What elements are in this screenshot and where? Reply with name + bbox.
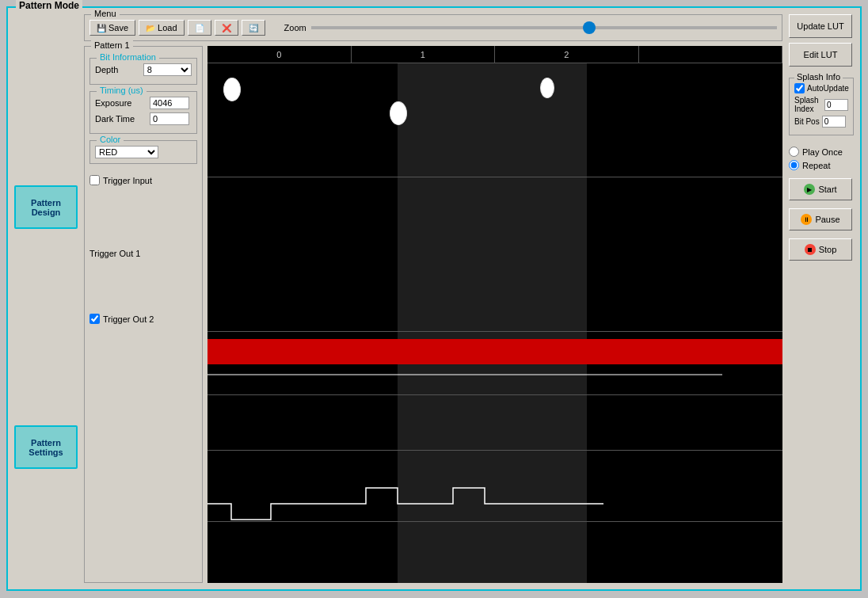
zoom-area: Zoom — [284, 23, 777, 32]
save-icon — [97, 23, 106, 32]
stop-button[interactable]: ⏹ Stop — [789, 238, 852, 261]
update-lut-button[interactable]: Update LUT — [789, 14, 852, 38]
color-label: Color — [97, 135, 124, 144]
trigger-out1-label: Trigger Out 1 — [89, 249, 140, 258]
col-header-3 — [639, 46, 783, 63]
trigger-input-label: Trigger Input — [103, 176, 152, 185]
pause-button[interactable]: ⏸ Pause — [789, 208, 852, 230]
col-header-2: 2 — [495, 46, 639, 63]
trigger-input-checkbox[interactable] — [89, 175, 100, 185]
load-button[interactable]: Load — [139, 20, 184, 36]
zoom-label: Zoom — [284, 23, 306, 32]
col-header-1: 1 — [352, 46, 496, 63]
stop-icon: ⏹ — [805, 244, 816, 255]
divider-1 — [207, 177, 782, 177]
color-select[interactable]: RED — [95, 146, 158, 158]
start-icon: ▶ — [804, 184, 815, 195]
refresh-button[interactable] — [242, 20, 265, 36]
controls-panel: Pattern 1 Bit Information Depth 8 — [84, 46, 203, 583]
content-area: Pattern Design Pattern Settings Menu Sav… — [11, 11, 857, 586]
pattern-title: Pattern 1 — [91, 40, 133, 50]
trigger-lines-svg — [207, 331, 782, 529]
pattern-settings-btn[interactable]: Pattern Settings — [14, 425, 78, 469]
new-icon — [195, 23, 204, 32]
pattern-area: Pattern 1 Bit Information Depth 8 — [84, 46, 782, 583]
splash-index-row: Splash Index — [794, 96, 848, 113]
col-header-0: 0 — [207, 46, 352, 63]
bit-info-panel: Bit Information Depth 8 — [89, 58, 197, 85]
dark-label: Dark Time — [95, 114, 147, 124]
auto-update-row: AutoUpdate — [794, 83, 848, 93]
col-headers: 0 1 2 — [207, 46, 782, 63]
start-button[interactable]: ▶ Start — [789, 178, 852, 200]
exposure-input[interactable] — [150, 97, 189, 109]
load-icon — [146, 23, 155, 32]
delete-icon — [222, 23, 231, 32]
canvas-wrapper: 0 1 2 — [207, 46, 782, 583]
color-panel: Color RED — [89, 140, 197, 164]
timing-panel: Timing (us) Exposure Dark Time — [89, 91, 197, 134]
zoom-slider[interactable] — [311, 26, 777, 29]
right-panel: Update LUT Edit LUT Splash Info AutoUpda… — [786, 11, 857, 586]
depth-select[interactable]: 8 — [143, 63, 192, 76]
center-area: Menu Save Load — [81, 11, 786, 586]
trigger-out2-label: Trigger Out 2 — [103, 314, 154, 324]
bit-info-label: Bit Information — [97, 52, 159, 62]
new-button[interactable] — [188, 20, 211, 36]
menu-bar: Menu Save Load — [84, 14, 782, 41]
play-once-row: Play Once — [789, 147, 854, 157]
splash-info-box: Splash Info AutoUpdate Splash Index Bit … — [789, 78, 854, 135]
splash-index-label: Splash Index — [794, 96, 822, 113]
playback-mode-group: Play Once Repeat — [789, 147, 854, 173]
splash-info-title: Splash Info — [794, 72, 843, 82]
pattern-canvas: 0 1 2 — [207, 46, 782, 583]
ellipse-2 — [390, 101, 407, 125]
pattern-design-btn[interactable]: Pattern Design — [14, 185, 78, 229]
left-sidebar: Pattern Design Pattern Settings — [11, 11, 81, 586]
timing-label: Timing (us) — [97, 86, 147, 95]
trigger-out2-checkbox[interactable] — [89, 314, 100, 324]
ellipse-1 — [223, 78, 241, 101]
bit-pos-label: Bit Pos — [794, 117, 820, 126]
depth-row: Depth 8 — [95, 63, 192, 76]
menu-controls: Save Load Zoom — [89, 20, 777, 36]
dark-time-row: Dark Time — [95, 112, 192, 125]
save-button[interactable]: Save — [89, 20, 135, 36]
bit-pos-input[interactable] — [822, 116, 846, 128]
dark-input[interactable] — [150, 112, 189, 125]
play-once-radio[interactable] — [789, 147, 799, 157]
trigger-input-row: Trigger Input — [89, 175, 197, 185]
auto-update-label: AutoUpdate — [807, 84, 849, 93]
play-once-label: Play Once — [802, 147, 843, 157]
window-title: Pattern Mode — [16, 0, 82, 11]
menu-label: Menu — [91, 9, 120, 18]
delete-button[interactable] — [215, 20, 238, 36]
pause-icon: ⏸ — [801, 214, 812, 225]
main-window: Pattern Mode Pattern Design Pattern Sett… — [6, 6, 862, 591]
exposure-label: Exposure — [95, 98, 147, 108]
refresh-icon — [249, 23, 258, 32]
bit-pos-row: Bit Pos — [794, 116, 848, 128]
depth-label: Depth — [95, 65, 140, 74]
splash-index-input[interactable] — [824, 99, 848, 111]
trigger-out1-row: Trigger Out 1 — [89, 249, 197, 258]
repeat-radio[interactable] — [789, 160, 799, 170]
repeat-label: Repeat — [802, 161, 830, 170]
ellipse-3 — [540, 78, 554, 98]
exposure-row: Exposure — [95, 97, 192, 109]
auto-update-checkbox[interactable] — [794, 83, 805, 93]
repeat-row: Repeat — [789, 160, 854, 170]
edit-lut-button[interactable]: Edit LUT — [789, 43, 852, 67]
trigger-out2-row: Trigger Out 2 — [89, 314, 197, 324]
